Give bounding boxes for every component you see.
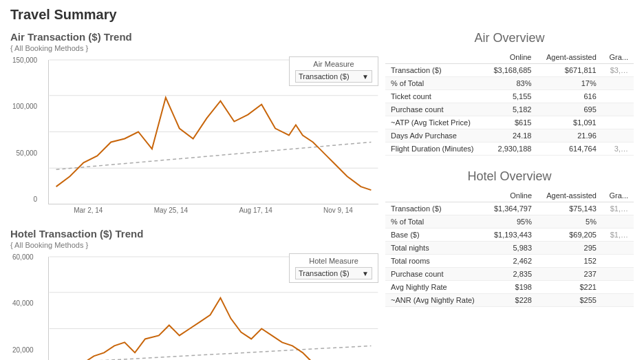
main-layout: Air Transaction ($) Trend { All Booking … — [10, 31, 634, 360]
hotel-row-cell: $1,364,797 — [486, 202, 537, 215]
tables-column: Air Overview Online Agent-assisted Gra..… — [385, 31, 634, 360]
air-row-cell — [602, 129, 634, 142]
hotel-row-cell — [602, 294, 634, 307]
page-title: Travel Summary — [10, 7, 634, 23]
table-row: Avg Nightly Rate$198$221 — [385, 281, 634, 294]
hotel-row-cell: $221 — [537, 281, 602, 294]
air-col-header-online: Online — [485, 51, 537, 64]
air-measure-select[interactable]: Transaction ($) ▼ — [295, 70, 372, 83]
air-row-cell: 616 — [537, 90, 601, 103]
air-row-cell: 24.18 — [485, 129, 537, 142]
hotel-row-cell — [602, 281, 634, 294]
air-col-header-label — [385, 51, 485, 64]
air-measure-label: Air Measure — [295, 60, 372, 68]
hotel-row-label: Total nights — [385, 242, 486, 255]
air-row-cell: 17% — [537, 77, 601, 90]
air-row-cell: 3,… — [602, 142, 634, 156]
air-row-label: Days Adv Purchase — [385, 129, 485, 142]
table-row: Flight Duration (Minutes)2,930,188614,76… — [385, 142, 634, 156]
hotel-row-cell: 295 — [537, 242, 602, 255]
air-x-axis: Mar 2, 14 May 25, 14 Aug 17, 14 Nov 9, 1… — [48, 207, 378, 214]
hotel-chart-subtitle: { All Booking Methods } — [10, 241, 378, 249]
air-row-label: Transaction ($) — [385, 64, 485, 77]
air-measure-box: Air Measure Transaction ($) ▼ — [289, 56, 378, 86]
hotel-row-cell: $228 — [486, 294, 537, 307]
air-row-cell: 2,930,188 — [485, 142, 537, 156]
air-row-cell — [602, 77, 634, 90]
air-row-label: Flight Duration (Minutes) — [385, 142, 485, 156]
air-row-cell: 83% — [485, 77, 537, 90]
hotel-row-cell: 5% — [537, 215, 602, 229]
hotel-measure-box: Hotel Measure Transaction ($) ▼ — [289, 253, 378, 283]
air-row-cell — [602, 116, 634, 129]
table-row: Total rooms2,462152 — [385, 255, 634, 268]
air-chart-title: Air Transaction ($) Trend — [10, 31, 378, 43]
table-row: ~ATP (Avg Ticket Price)$615$1,091 — [385, 116, 634, 129]
air-row-label: ~ATP (Avg Ticket Price) — [385, 116, 485, 129]
air-chart-wrapper: Air Measure Transaction ($) ▼ 150,000 10… — [10, 56, 378, 214]
hotel-row-label: Base ($) — [385, 229, 486, 242]
hotel-measure-select[interactable]: Transaction ($) ▼ — [295, 267, 372, 279]
air-row-cell: $1,091 — [537, 116, 601, 129]
hotel-col-header-label — [385, 189, 486, 202]
hotel-row-cell: 2,462 — [486, 255, 537, 268]
air-row-label: Purchase count — [385, 103, 485, 116]
charts-column: Air Transaction ($) Trend { All Booking … — [10, 31, 378, 360]
air-row-cell — [602, 103, 634, 116]
air-measure-arrow-icon: ▼ — [362, 73, 369, 81]
hotel-row-cell: $255 — [537, 294, 602, 307]
table-row: % of Total95%5% — [385, 215, 634, 229]
air-row-cell: 695 — [537, 103, 601, 116]
air-row-cell: $671,811 — [537, 64, 601, 77]
hotel-row-label: Total rooms — [385, 255, 486, 268]
air-row-label: % of Total — [385, 77, 485, 90]
hotel-col-header-agent: Agent-assisted — [537, 189, 602, 202]
hotel-measure-label: Hotel Measure — [295, 257, 372, 265]
page: Travel Summary Air Transaction ($) Trend… — [0, 0, 644, 360]
svg-line-4 — [56, 142, 372, 169]
air-col-header-gra: Gra... — [602, 51, 634, 64]
air-row-cell: $615 — [485, 116, 537, 129]
air-overview-title: Air Overview — [385, 31, 634, 45]
hotel-chart-title: Hotel Transaction ($) Trend — [10, 228, 378, 240]
hotel-row-cell: 2,835 — [486, 268, 537, 281]
hotel-overview-title: Hotel Overview — [385, 169, 634, 184]
hotel-chart-wrapper: Hotel Measure Transaction ($) ▼ 60,000 4… — [10, 253, 378, 360]
air-overview-section: Air Overview Online Agent-assisted Gra..… — [385, 31, 634, 156]
air-y-axis: 150,000 100,000 50,000 0 — [12, 56, 37, 204]
air-table-header-row: Online Agent-assisted Gra... — [385, 51, 634, 64]
hotel-row-cell — [602, 242, 634, 255]
hotel-row-label: ~ANR (Avg Nightly Rate) — [385, 294, 486, 307]
table-row: Total nights5,983295 — [385, 242, 634, 255]
air-measure-value: Transaction ($) — [299, 72, 350, 81]
hotel-overview-section: Hotel Overview Online Agent-assisted Gra… — [385, 169, 634, 307]
air-col-header-agent: Agent-assisted — [537, 51, 601, 64]
hotel-row-cell: 237 — [537, 268, 602, 281]
air-row-cell — [602, 90, 634, 103]
hotel-row-label: Avg Nightly Rate — [385, 281, 486, 294]
air-row-cell: $3,… — [602, 64, 634, 77]
hotel-chart-section: Hotel Transaction ($) Trend { All Bookin… — [10, 228, 378, 360]
hotel-measure-value: Transaction ($) — [299, 269, 350, 277]
table-row: Purchase count5,182695 — [385, 103, 634, 116]
table-row: % of Total83%17% — [385, 77, 634, 90]
air-overview-table: Online Agent-assisted Gra... Transaction… — [385, 51, 634, 156]
hotel-row-cell: 95% — [486, 215, 537, 229]
hotel-row-cell — [602, 255, 634, 268]
table-row: ~ANR (Avg Nightly Rate)$228$255 — [385, 294, 634, 307]
hotel-row-cell: $1,193,443 — [486, 229, 537, 242]
air-row-cell: 5,182 — [485, 103, 537, 116]
hotel-table-header-row: Online Agent-assisted Gra... — [385, 189, 634, 202]
hotel-row-cell: 152 — [537, 255, 602, 268]
hotel-measure-arrow-icon: ▼ — [362, 270, 369, 277]
air-row-cell: 21.96 — [537, 129, 601, 142]
table-row: Transaction ($)$1,364,797$75,143$1,… — [385, 202, 634, 215]
air-chart-subtitle: { All Booking Methods } — [10, 44, 378, 52]
air-chart-section: Air Transaction ($) Trend { All Booking … — [10, 31, 378, 214]
hotel-row-cell: $69,205 — [537, 229, 602, 242]
hotel-row-label: % of Total — [385, 215, 486, 229]
air-row-cell: 614,764 — [537, 142, 601, 156]
air-row-label: Ticket count — [385, 90, 485, 103]
hotel-row-cell: $1,… — [602, 202, 634, 215]
hotel-row-cell: $75,143 — [537, 202, 602, 215]
